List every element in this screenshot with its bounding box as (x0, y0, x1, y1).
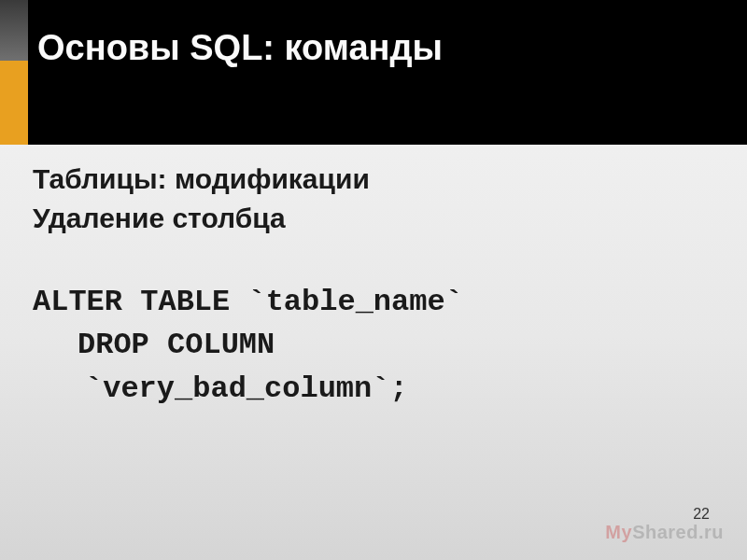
code-line-alter: ALTER TABLE `table_name` (33, 281, 714, 324)
sql-code-block: ALTER TABLE `table_name` DROP COLUMN `ve… (33, 281, 714, 411)
subtitle-tables: Таблицы: модификации (33, 163, 714, 195)
accent-block (0, 61, 28, 145)
page-number: 22 (693, 506, 710, 523)
slide-title: Основы SQL: команды (28, 0, 443, 68)
code-line-drop: DROP COLUMN (33, 324, 714, 367)
slide-content: Таблицы: модификации Удаление столбца AL… (0, 145, 747, 411)
subtitle-drop-column: Удаление столбца (33, 203, 714, 234)
watermark-prefix: My (605, 522, 632, 542)
watermark: MyShared.ru (605, 522, 724, 543)
watermark-suffix: Shared.ru (632, 522, 724, 542)
code-line-column: `very_bad_column`; (33, 368, 714, 411)
accent-gradient (0, 0, 28, 61)
slide-header: Основы SQL: команды (0, 0, 747, 145)
